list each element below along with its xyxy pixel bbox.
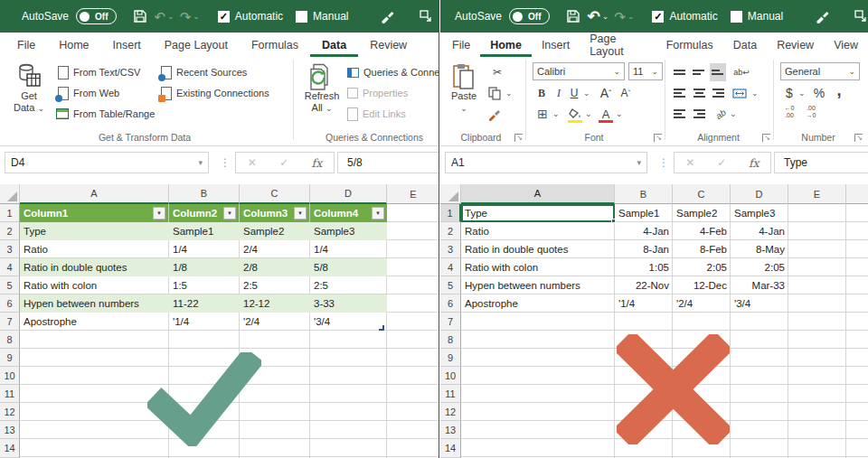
cell[interactable]: 1/4 (169, 240, 240, 258)
cell[interactable]: 8-May (731, 240, 788, 258)
undo-icon[interactable]: ↶ (588, 6, 600, 26)
edit-links-button[interactable]: Edit Links (347, 105, 406, 123)
underline-button[interactable]: U (567, 84, 581, 102)
tab-file[interactable]: File (442, 34, 480, 57)
column-header-b[interactable]: B (615, 184, 673, 204)
bottom-align-button[interactable] (710, 63, 726, 81)
from-table-range-button[interactable]: From Table/Range (56, 105, 155, 123)
filter-icon[interactable]: ▼ (223, 207, 236, 220)
tab-home-active[interactable]: Home (480, 34, 532, 57)
underline-dropdown-icon[interactable]: ⌄ (583, 89, 590, 98)
number-dialog-launcher[interactable]: ↘ (854, 134, 863, 142)
cell[interactable]: Ratio in double quotes (461, 240, 615, 258)
cell[interactable]: 3-33 (310, 294, 387, 313)
tab-data[interactable]: Data (723, 34, 767, 57)
tab-insert[interactable]: Insert (532, 34, 580, 57)
autosave-toggle[interactable]: Off (509, 8, 549, 24)
row-header-5[interactable]: 5 (440, 276, 461, 294)
cell[interactable]: Ratio with colon (461, 258, 615, 276)
merge-center-button[interactable] (730, 84, 750, 102)
recent-sources-button[interactable]: Recent Sources (161, 63, 247, 81)
active-cell-selection[interactable] (461, 204, 615, 222)
row-header-9[interactable]: 9 (0, 349, 20, 367)
comma-style-button[interactable]: , (833, 81, 845, 99)
row-header-5[interactable]: 5 (0, 276, 20, 294)
switch-windows-icon[interactable] (419, 6, 433, 26)
percent-style-button[interactable]: % (811, 84, 827, 102)
row-header-8[interactable]: 8 (0, 331, 20, 349)
table-resize-handle[interactable] (379, 325, 384, 331)
refresh-all-button[interactable]: Refresh All ⌄ (298, 60, 345, 130)
insert-function-icon[interactable]: fx (312, 156, 323, 170)
redo-dropdown-icon[interactable]: ⌄ (627, 12, 635, 21)
column-header-b[interactable]: B (169, 184, 240, 204)
increase-font-button[interactable]: Aˆ (598, 84, 614, 102)
row-header-3[interactable]: 3 (0, 240, 20, 258)
row-header-14[interactable]: 14 (0, 439, 20, 458)
cell[interactable]: Sample2 (240, 222, 310, 240)
cell[interactable]: Hypen between numbers (20, 294, 169, 313)
cell[interactable]: 2/8 (240, 258, 310, 276)
enter-icon[interactable]: ✓ (717, 156, 726, 169)
select-all-button[interactable] (440, 184, 461, 204)
cell[interactable]: '1/4 (169, 313, 240, 331)
align-left-button[interactable] (672, 84, 688, 102)
wrap-text-button[interactable]: ab↩ (731, 63, 751, 81)
cancel-icon[interactable]: ✕ (685, 156, 694, 169)
name-box[interactable]: D4 ▾ (5, 152, 209, 173)
cell[interactable]: 12-Dec (673, 276, 731, 294)
cancel-icon[interactable]: ✕ (248, 156, 257, 169)
font-name-combo[interactable]: Calibri ⌄ (533, 62, 625, 80)
font-color-button[interactable]: A (598, 105, 614, 123)
accounting-dropdown-icon[interactable]: ⌄ (798, 89, 806, 98)
row-header-2[interactable]: 2 (0, 222, 20, 240)
formula-input[interactable]: Type (774, 152, 868, 173)
font-dialog-launcher[interactable]: ↘ (654, 134, 662, 142)
automatic-calc-checkbox[interactable]: ✓ Automatic (218, 10, 283, 23)
tab-insert[interactable]: Insert (101, 34, 153, 57)
cell[interactable]: 2:5 (310, 276, 387, 294)
properties-button[interactable]: Properties (347, 84, 408, 102)
manual-calc-checkbox[interactable]: Manual (296, 10, 348, 23)
paste-button[interactable]: Paste ⌄ (444, 60, 484, 130)
fill-handle[interactable] (611, 219, 616, 223)
cell[interactable]: 2:5 (240, 276, 310, 294)
automatic-calc-checkbox[interactable]: ✓ Automatic (652, 10, 717, 23)
row-header-4[interactable]: 4 (0, 258, 20, 276)
name-box-dropdown-icon[interactable]: ▾ (198, 158, 203, 167)
row-header-12[interactable]: 12 (0, 403, 20, 421)
cell[interactable]: Sample1 (169, 222, 240, 240)
cell[interactable]: 1/8 (169, 258, 240, 276)
middle-align-button[interactable] (691, 63, 707, 81)
autosave-toggle[interactable]: Off (76, 8, 116, 24)
table-header-cell[interactable]: Column3▼ (240, 204, 310, 222)
cell[interactable]: 8-Feb (673, 240, 731, 258)
row-header-10[interactable]: 10 (440, 367, 461, 385)
tab-formulas[interactable]: Formulas (656, 34, 723, 57)
row-header-9[interactable]: 9 (440, 349, 461, 367)
cell[interactable]: Ratio (20, 240, 169, 258)
format-painter-icon[interactable] (381, 6, 395, 26)
decrease-decimal-button[interactable]: .00 →0 (802, 105, 820, 123)
column-header-d[interactable]: D (310, 184, 387, 204)
table-header-cell[interactable]: Column1▼ (20, 204, 169, 222)
cut-button[interactable]: ✂ (487, 63, 507, 81)
row-header-6[interactable]: 6 (0, 294, 20, 313)
borders-button[interactable]: ⊞ (534, 105, 551, 123)
row-header-12[interactable]: 12 (440, 403, 461, 421)
row-header-14[interactable]: 14 (440, 439, 461, 458)
cell[interactable]: Apostrophe (461, 294, 615, 313)
accounting-format-button[interactable]: $ (782, 84, 797, 102)
switch-windows-icon[interactable] (854, 6, 868, 26)
cell[interactable]: '2/4 (673, 294, 731, 313)
cell[interactable]: Ratio in double quotes (20, 258, 169, 276)
cell[interactable]: 12-12 (240, 294, 310, 313)
cell[interactable]: '1/4 (615, 294, 673, 313)
fill-color-dropdown-icon[interactable]: ⌄ (585, 109, 592, 118)
clipboard-dialog-launcher[interactable]: ↘ (514, 134, 523, 142)
column-header-a-selected[interactable]: A (461, 184, 615, 204)
cell[interactable]: Sample3 (310, 222, 387, 240)
merge-dropdown-icon[interactable]: ⌄ (751, 89, 759, 98)
column-header-e[interactable]: E (788, 184, 846, 204)
cell[interactable]: Ratio with colon (20, 276, 169, 294)
